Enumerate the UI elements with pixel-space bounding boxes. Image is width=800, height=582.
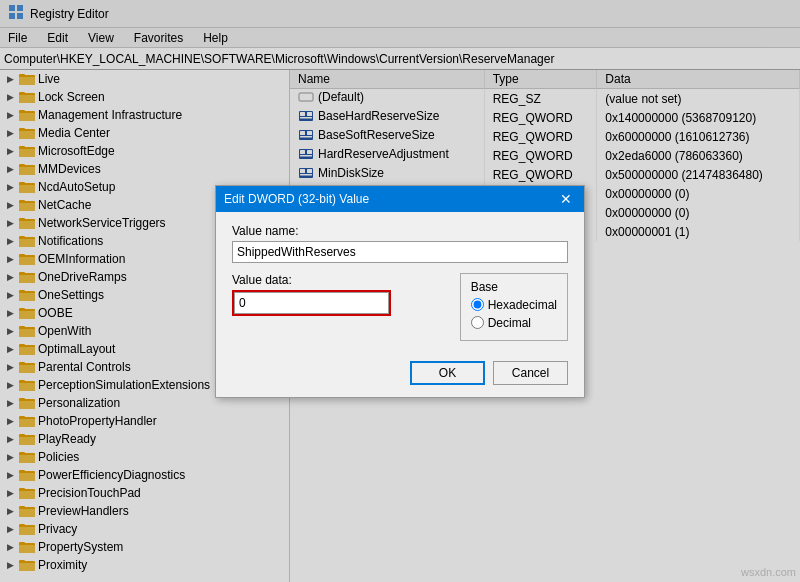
dec-radio-label[interactable]: Decimal [471,316,557,330]
hex-radio[interactable] [471,298,484,311]
ok-button[interactable]: OK [410,361,485,385]
hex-label: Hexadecimal [488,298,557,312]
value-data-input[interactable] [234,292,389,314]
dialog-body: Value name: Value data: Base Hexadecimal [216,212,584,353]
value-data-input-wrap [232,290,391,316]
dec-label: Decimal [488,316,531,330]
cancel-button[interactable]: Cancel [493,361,568,385]
dialog-titlebar: Edit DWORD (32-bit) Value ✕ [216,186,584,212]
dialog-buttons: OK Cancel [216,353,584,397]
dialog-lower: Value data: Base Hexadecimal Decimal [232,273,568,341]
hex-radio-label[interactable]: Hexadecimal [471,298,557,312]
watermark: wsxdn.com [741,566,796,578]
dec-radio[interactable] [471,316,484,329]
dialog-title: Edit DWORD (32-bit) Value [224,192,369,206]
base-label: Base [471,280,557,294]
edit-dword-dialog: Edit DWORD (32-bit) Value ✕ Value name: … [215,185,585,398]
dialog-overlay: Edit DWORD (32-bit) Value ✕ Value name: … [0,0,800,582]
value-data-label: Value data: [232,273,450,287]
value-name-input[interactable] [232,241,568,263]
dialog-close-button[interactable]: ✕ [556,189,576,209]
value-name-label: Value name: [232,224,568,238]
value-data-section: Value data: [232,273,450,316]
base-section: Base Hexadecimal Decimal [460,273,568,341]
